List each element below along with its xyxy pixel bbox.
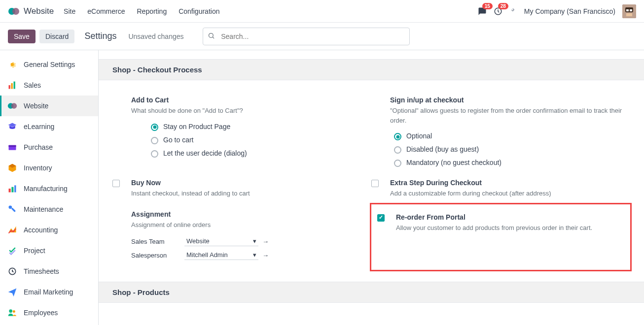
svg-rect-16 xyxy=(9,189,11,193)
external-link-icon[interactable]: → xyxy=(262,252,269,259)
radio-optional[interactable]: Optional xyxy=(394,132,622,140)
setting-add-to-cart: Add to Cart What should be done on "Add … xyxy=(112,90,371,173)
sales-team-select[interactable]: Website▾ xyxy=(184,236,258,246)
menu-ecommerce[interactable]: eCommerce xyxy=(87,7,125,15)
sidebar-item-employees[interactable]: Employees xyxy=(0,302,98,323)
send-icon xyxy=(7,287,18,297)
checkbox-reorder[interactable] xyxy=(377,214,385,222)
svg-point-8 xyxy=(209,33,214,37)
svg-point-19 xyxy=(9,206,12,209)
svg-rect-10 xyxy=(11,83,13,89)
setting-title: Extra Step During Checkout xyxy=(390,179,622,187)
radio-stay-on-page[interactable]: Stay on Product Page xyxy=(151,123,363,131)
search-input[interactable] xyxy=(203,28,410,45)
cart-icon xyxy=(7,142,18,153)
checkbox-extra-step[interactable] xyxy=(371,180,379,187)
sidebar-label: Accounting xyxy=(24,226,58,234)
settings-content[interactable]: Shop - Checkout Process Add to Cart What… xyxy=(99,50,644,325)
check-icon xyxy=(7,245,18,256)
sidebar-item-fieldservice[interactable]: Field Service xyxy=(0,323,98,325)
settings-sidebar: General Settings Sales Website eLearning… xyxy=(0,50,99,325)
sidebar-item-elearning[interactable]: eLearning xyxy=(0,116,98,137)
setting-extra-step: Extra Step During Checkout Add a customi… xyxy=(371,173,630,204)
sidebar-item-accounting[interactable]: Accounting xyxy=(0,220,98,240)
sidebar-item-project[interactable]: Project xyxy=(0,240,98,261)
menu-reporting[interactable]: Reporting xyxy=(137,7,167,15)
menu-configuration[interactable]: Configuration xyxy=(179,7,219,15)
search-box xyxy=(203,28,410,45)
radio-user-decide[interactable]: Let the user decide (dialog) xyxy=(151,149,363,158)
external-link-icon[interactable]: → xyxy=(262,238,269,245)
svg-point-13 xyxy=(11,103,17,109)
svg-point-1 xyxy=(12,8,19,15)
svg-rect-7 xyxy=(626,13,632,16)
people-icon xyxy=(7,307,18,318)
sidebar-item-manufacturing[interactable]: Manufacturing xyxy=(0,178,98,199)
sidebar-label: eLearning xyxy=(24,123,54,130)
radio-icon[interactable] xyxy=(394,146,401,154)
salesperson-label: Salesperson xyxy=(131,252,180,259)
radio-icon[interactable] xyxy=(151,137,158,144)
sidebar-item-website[interactable]: Website xyxy=(0,96,98,116)
sidebar-item-maintenance[interactable]: Maintenance xyxy=(0,199,98,220)
svg-rect-11 xyxy=(14,82,15,89)
section-header-products: Shop - Products xyxy=(99,282,644,303)
setting-desc: Assignment of online orders xyxy=(131,220,363,230)
radio-go-to-cart[interactable]: Go to cart xyxy=(151,136,363,144)
factory-icon xyxy=(7,183,18,194)
top-menu: Site eCommerce Reporting Configuration xyxy=(64,7,219,15)
sidebar-label: Sales xyxy=(24,81,41,89)
discard-button[interactable]: Discard xyxy=(39,30,74,43)
clock-icon xyxy=(7,266,18,277)
setting-title: Buy Now xyxy=(131,179,363,187)
sidebar-label: Inventory xyxy=(24,164,52,172)
menu-site[interactable]: Site xyxy=(64,7,75,15)
app-name[interactable]: Website xyxy=(24,6,54,16)
svg-rect-18 xyxy=(14,185,16,192)
setting-signin: Sign in/up at checkout "Optional" allows… xyxy=(371,90,630,173)
svg-point-23 xyxy=(9,309,12,313)
sales-team-label: Sales Team xyxy=(131,238,180,245)
money-icon xyxy=(7,225,18,235)
sidebar-item-purchase[interactable]: Purchase xyxy=(0,137,98,158)
radio-disabled[interactable]: Disabled (buy as guest) xyxy=(394,145,622,154)
breadcrumb: Settings xyxy=(84,31,116,41)
sidebar-label: Employees xyxy=(24,309,58,317)
svg-rect-20 xyxy=(11,207,16,212)
sidebar-item-general[interactable]: General Settings xyxy=(0,54,98,75)
svg-point-24 xyxy=(13,310,15,313)
radio-icon[interactable] xyxy=(151,150,158,158)
company-selector[interactable]: My Company (San Francisco) xyxy=(524,7,615,15)
radio-icon[interactable] xyxy=(151,124,158,131)
radio-mandatory[interactable]: Mandatory (no guest checkout) xyxy=(394,159,622,167)
salesperson-select[interactable]: Mitchell Admin▾ xyxy=(184,250,258,260)
sidebar-item-sales[interactable]: Sales xyxy=(0,75,98,96)
setting-buy-now: Buy Now Instant checkout, instead of add… xyxy=(112,173,371,204)
setting-desc: Add a customizable form during checkout … xyxy=(390,189,622,198)
sidebar-label: Maintenance xyxy=(24,205,63,213)
chat-icon[interactable]: 15 xyxy=(478,7,487,16)
chart-icon xyxy=(7,80,18,91)
tools-icon[interactable] xyxy=(509,7,517,15)
search-icon xyxy=(208,32,215,41)
svg-rect-17 xyxy=(11,187,13,193)
setting-desc: Allow your customer to add products from… xyxy=(396,223,622,233)
sidebar-item-timesheets[interactable]: Timesheets xyxy=(0,261,98,282)
sidebar-item-emailmarketing[interactable]: Email Marketing xyxy=(0,282,98,302)
app-logo[interactable] xyxy=(8,5,20,17)
highlight-box: Re-order From Portal Allow your customer… xyxy=(370,203,632,272)
sidebar-label: Website xyxy=(24,102,48,110)
setting-reorder: Re-order From Portal Allow your customer… xyxy=(371,204,630,244)
radio-icon[interactable] xyxy=(394,133,401,140)
setting-desc: "Optional" allows guests to register fro… xyxy=(390,106,622,125)
setting-assignment: Assignment Assignment of online orders S… xyxy=(112,204,371,270)
save-button[interactable]: Save xyxy=(8,30,36,43)
box-icon xyxy=(7,162,18,173)
checkbox-buy-now[interactable] xyxy=(112,180,120,187)
activity-icon[interactable]: 28 xyxy=(494,7,502,16)
graduation-icon xyxy=(7,121,18,132)
user-avatar[interactable] xyxy=(622,4,636,18)
radio-icon[interactable] xyxy=(394,160,401,167)
sidebar-item-inventory[interactable]: Inventory xyxy=(0,158,98,178)
setting-desc: What should be done on "Add to Cart"? xyxy=(131,106,363,116)
